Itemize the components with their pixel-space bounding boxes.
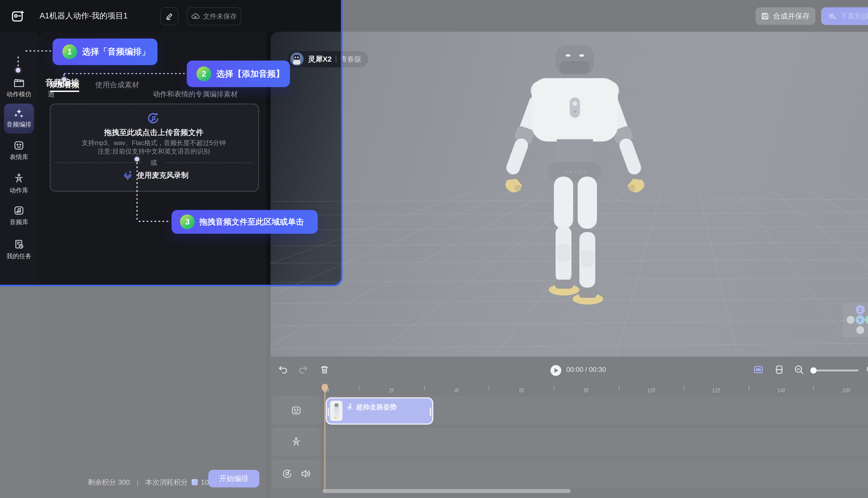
- zoom-out-icon[interactable]: [794, 365, 804, 375]
- timeline-toolbar: 00:00 / 00:30: [271, 357, 868, 383]
- credit-gem-icon: [192, 479, 198, 485]
- sidebar-item-my-tasks[interactable]: 我的任务: [0, 239, 38, 260]
- track-header-audio[interactable]: [272, 460, 321, 488]
- sidebar-item-motion-imitation[interactable]: 动作模仿: [0, 78, 38, 99]
- sidebar-label: 音频库: [10, 218, 28, 226]
- undo-icon[interactable]: [278, 365, 288, 375]
- connector-step2-line: [64, 73, 187, 74]
- clip-trim-handle-left[interactable]: [328, 408, 329, 416]
- active-tab-underline: [50, 91, 79, 92]
- top-bar: A1机器人动作-我的项目1 文件未保存 合成并保存 下发到设备: [0, 0, 868, 32]
- tab-use-synth-material[interactable]: 使用合成素材: [95, 80, 139, 90]
- edit-title-button[interactable]: [160, 7, 178, 25]
- gizmo-neg-z: [856, 326, 864, 334]
- footer-divider: |: [137, 478, 139, 486]
- play-button[interactable]: [550, 365, 561, 376]
- step-3-badge: 3: [180, 214, 195, 229]
- app-root: A1机器人动作-我的项目1 文件未保存 合成并保存 下发到设备: [0, 0, 868, 498]
- zoom-in-icon[interactable]: [866, 365, 868, 375]
- trash-icon[interactable]: [320, 365, 330, 375]
- sidebar-label: 动作库: [10, 186, 28, 195]
- sidebar-item-audio-arrangement[interactable]: 音频编排: [4, 104, 34, 134]
- timeline-zoom-slider[interactable]: [812, 370, 858, 371]
- svg-text:Y: Y: [858, 317, 862, 323]
- timeline-horizontal-scrollbar[interactable]: [323, 489, 571, 493]
- sidebar-label: 表情库: [10, 153, 28, 161]
- robot-model-edition: 青春版: [340, 54, 361, 64]
- deploy-button-label: 下发到设备: [840, 11, 868, 21]
- connector-step3-dot: [135, 157, 139, 161]
- clip-thumbnail: [330, 401, 342, 421]
- robot-3d-viewport[interactable]: 灵犀X2 青春版 Z Y X: [271, 32, 868, 357]
- tutorial-step-3: 3 拖拽音频文件至此区域或单击: [171, 210, 318, 234]
- walking-icon: [347, 404, 353, 411]
- robot-model-chip[interactable]: 灵犀X2 青春版: [288, 51, 368, 67]
- clip-label: 超帅走路姿势: [356, 402, 397, 412]
- connector-step3-vline: [137, 162, 138, 221]
- redo-icon[interactable]: [298, 365, 308, 375]
- playback-time: 00:00 / 00:30: [566, 357, 606, 383]
- music-box-icon: [14, 206, 24, 216]
- step-1-badge: 1: [62, 44, 77, 59]
- sidebar-item-action-library[interactable]: 动作库: [0, 173, 38, 195]
- upload-format-hint: 支持mp3、wav、Flac格式，音频长度不超过5分钟: [50, 139, 258, 147]
- speaker-icon[interactable]: [300, 469, 311, 478]
- chip-separator: [336, 55, 336, 63]
- robot-download-icon: [828, 12, 836, 20]
- track-header-expression[interactable]: [272, 396, 321, 424]
- timeline-ruler[interactable]: 0f 2f 4f 6f 8f 10f 12f 14f 16f: [271, 383, 868, 396]
- audio-disc-icon: [282, 468, 293, 479]
- deploy-to-device-button[interactable]: 下发到设备: [821, 7, 868, 25]
- humanoid-robot: [498, 45, 651, 317]
- playhead-line: [324, 387, 325, 493]
- face-track-icon: [291, 405, 301, 416]
- app-logo-robot-icon: [10, 8, 26, 24]
- timeline-panel: 00:00 / 00:30 0f 2f 4f 6f 8f 10f 12f: [271, 357, 868, 498]
- track-lane-action[interactable]: [323, 428, 868, 456]
- track-header-action[interactable]: [272, 428, 321, 456]
- sidebar-item-audio-library[interactable]: 音频库: [0, 206, 38, 226]
- sidebar-label-active: 音频编排: [7, 120, 31, 129]
- sparkles-icon: [13, 108, 25, 119]
- robot-face-icon: [14, 140, 24, 150]
- cost-credits-value: 10: [201, 478, 208, 486]
- audio-arrangement-panel: 音频编排 通 动作和表情的专属编排素材 添加音频 使用合成素材 拖拽至此或点击上…: [38, 32, 266, 498]
- connector-step2-dot: [62, 77, 66, 81]
- timeline-zoom-slider-knob[interactable]: [811, 367, 817, 374]
- timeline-clip-walk-pose[interactable]: 超帅走路姿势: [326, 397, 433, 424]
- svg-text:Z: Z: [859, 307, 862, 313]
- save-button[interactable]: 合成并保存: [755, 7, 816, 25]
- remaining-credits: 剩余积分 300: [88, 477, 130, 487]
- start-arrangement-button[interactable]: 开始编排: [208, 470, 259, 487]
- track-lane-audio[interactable]: [323, 460, 868, 488]
- save-button-label: 合成并保存: [773, 11, 810, 21]
- sidebar-label: 我的任务: [7, 252, 31, 260]
- clip-trim-handle-right[interactable]: [430, 408, 431, 416]
- fit-width-icon[interactable]: [774, 365, 784, 375]
- tutorial-step-2: 2 选择【添加音频】: [187, 61, 290, 87]
- connector-step1-vline: [17, 56, 19, 68]
- upload-audio-icon: [145, 111, 161, 126]
- credits-footer: 剩余积分 300 | 本次消耗积分 10 开始编排: [38, 467, 266, 498]
- cloud-unsaved-icon: [191, 13, 200, 20]
- gizmo-neg-x: [847, 316, 855, 324]
- step-2-badge: 2: [196, 66, 211, 81]
- connector-step1-dot: [16, 68, 20, 73]
- save-icon: [761, 12, 769, 20]
- step-1-text: 选择「音频编排」: [82, 46, 150, 57]
- tutorial-step-1: 1 选择「音频编排」: [53, 39, 157, 65]
- or-divider-label: 或: [50, 158, 258, 167]
- record-with-mic-button[interactable]: 使用麦克风录制: [123, 170, 189, 181]
- sidebar-item-expression-library[interactable]: 表情库: [0, 140, 38, 161]
- connector-step3-hline: [139, 221, 170, 222]
- track-view-toggle-icon[interactable]: [753, 365, 764, 375]
- step-3-text: 拖拽音频文件至此区域或单击: [199, 217, 304, 227]
- microphone-icon: [123, 170, 132, 181]
- left-sidebar: 动作模仿 音频编排 表情库 动作库 音频库: [0, 32, 38, 498]
- person-icon: [14, 173, 24, 184]
- panel-description: 动作和表情的专属编排素材: [153, 89, 238, 99]
- file-unsaved-button[interactable]: 文件未保存: [187, 7, 241, 25]
- person-track-icon: [291, 437, 301, 447]
- orientation-gizmo[interactable]: Z Y X: [843, 302, 868, 337]
- project-title: A1机器人动作-我的项目1: [40, 0, 128, 32]
